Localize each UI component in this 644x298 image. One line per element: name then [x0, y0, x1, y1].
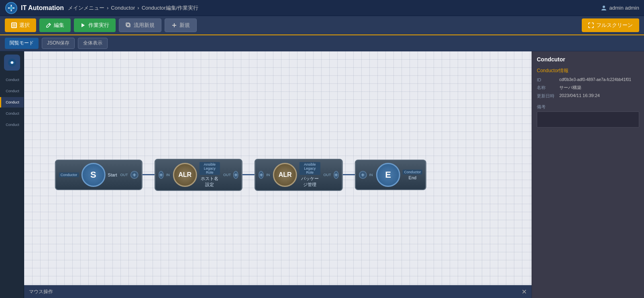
panel-name-label: 名称	[537, 85, 556, 91]
user-icon	[601, 5, 607, 11]
node-alr2-out-connector[interactable]: +	[333, 171, 338, 179]
new-icon	[171, 22, 177, 28]
run-label: 作業実行	[88, 22, 109, 29]
node-start-name-area: Start	[108, 172, 117, 177]
sidebar-item-label3: Conduct	[6, 100, 19, 104]
node-alr1[interactable]: + IN ALR Ansible Legacy Role ホスト名設定 OUT …	[155, 159, 243, 191]
node-alr2-out-label: OUT	[323, 173, 331, 177]
edit-label: 編集	[54, 22, 64, 29]
sidebar-logo	[4, 55, 20, 71]
sidebar-item-conduct2[interactable]: Conduct	[0, 86, 24, 96]
node-end[interactable]: + IN E Conductor End	[355, 160, 427, 190]
sidebar: Conduct Conduct Conduct Conduct Conduct	[0, 51, 24, 298]
fullscreen-button[interactable]: フルスクリーン	[582, 18, 639, 32]
json-label: JSON保存	[47, 40, 69, 46]
sidebar-item-conduct3[interactable]: Conduct	[0, 97, 24, 107]
select-icon	[11, 22, 17, 28]
svg-rect-4	[12, 24, 16, 27]
node-alr1-circle: ALR	[173, 163, 197, 187]
toolbar: 選択 編集 作業実行 流用新規 新規 フルスクリーン	[0, 16, 644, 35]
node-start-info: Conductor	[59, 172, 79, 177]
edit-icon	[46, 22, 51, 28]
node-alr2-circle: ALR	[273, 163, 297, 187]
node-alr2[interactable]: + IN ALR Ansible Legacy Role パッケージ管理 OUT…	[255, 159, 343, 191]
copy-button[interactable]: 流用新規	[119, 18, 161, 32]
breadcrumb-page: Conductor編集/作業実行	[142, 4, 199, 12]
edit-button[interactable]: 編集	[39, 18, 71, 32]
breadcrumb-menu[interactable]: メインメニュー	[68, 4, 104, 12]
canvas-area[interactable]: Conductor S Start OUT + +	[24, 51, 532, 298]
run-icon	[80, 22, 86, 28]
top-header: IT Automation メインメニュー › Conductor › Cond…	[0, 0, 644, 16]
node-alr1-box: + IN ALR Ansible Legacy Role ホスト名設定 OUT …	[155, 159, 243, 191]
breadcrumb-sep1: ›	[107, 5, 108, 11]
sidebar-item-label2: Conduct	[6, 89, 19, 93]
node-start-out-label: OUT	[120, 173, 128, 177]
breadcrumb-section[interactable]: Conductor	[111, 5, 135, 11]
mode-button[interactable]: 閲覧モード	[5, 38, 39, 49]
mouse-hint-close[interactable]: ✕	[522, 288, 527, 296]
panel-title: Condcutor	[537, 56, 639, 63]
node-start[interactable]: Conductor S Start OUT +	[55, 160, 143, 190]
panel-remarks-title: 備考	[537, 104, 639, 110]
node-alr1-type: Ansible Legacy Role	[200, 162, 220, 175]
panel-date-value: 2023/04/11 16:39:24	[559, 93, 600, 99]
node-start-box: Conductor S Start OUT +	[55, 160, 143, 190]
node-end-in-connector[interactable]: +	[359, 171, 367, 179]
node-alr2-in-label: IN	[266, 173, 270, 177]
select-label: 選択	[19, 22, 30, 29]
breadcrumb: メインメニュー › Conductor › Conductor編集/作業実行	[68, 4, 597, 12]
svg-rect-8	[126, 23, 129, 26]
secondary-toolbar: 閲覧モード JSON保存 全体表示	[0, 35, 644, 51]
node-alr2-name: パッケージ管理	[300, 176, 320, 188]
panel-id-label: ID	[537, 77, 556, 82]
node-end-info: Conductor End	[403, 170, 423, 180]
view-all-button[interactable]: 全体表示	[78, 38, 108, 49]
logo-area: IT Automation	[5, 2, 64, 14]
logo-icon	[5, 2, 18, 14]
node-alr2-box: + IN ALR Ansible Legacy Role パッケージ管理 OUT…	[255, 159, 343, 191]
svg-point-12	[11, 61, 13, 64]
mode-label: 閲覧モード	[10, 40, 34, 46]
node-alr1-out-connector[interactable]: +	[233, 171, 238, 179]
node-start-type: Conductor	[59, 172, 79, 177]
select-button[interactable]: 選択	[5, 18, 36, 32]
nodes-container: Conductor S Start OUT + +	[55, 159, 426, 191]
sidebar-item-conduct4[interactable]: Conduct	[0, 108, 24, 119]
new-button[interactable]: 新規	[165, 18, 197, 32]
sidebar-item-conduct1[interactable]: Conduct	[0, 75, 24, 85]
node-start-circle: S	[81, 163, 105, 187]
fullscreen-icon	[588, 22, 594, 28]
node-alr1-info: Ansible Legacy Role ホスト名設定	[200, 162, 220, 188]
conn-line-3	[343, 174, 355, 175]
breadcrumb-sep2: ›	[137, 5, 139, 11]
copy-label: 流用新規	[134, 22, 155, 29]
panel-name-value: サーバ構築	[559, 85, 581, 91]
node-start-out-connector[interactable]: +	[130, 171, 139, 179]
sidebar-item-label1: Conduct	[6, 78, 19, 82]
node-alr2-type: Ansible Legacy Role	[300, 162, 320, 175]
node-alr1-in-connector[interactable]: +	[159, 171, 164, 179]
node-alr1-out-label: OUT	[223, 173, 231, 177]
svg-rect-7	[127, 24, 130, 27]
panel-section-title: Conductor情報	[537, 67, 639, 74]
mouse-hint-label: マウス操作	[29, 288, 53, 295]
node-alr1-in-label: IN	[166, 173, 170, 177]
run-button[interactable]: 作業実行	[74, 18, 116, 32]
right-panel: Condcutor Conductor情報 ID cdf0b3e3-adf0-4…	[532, 51, 644, 298]
panel-remarks-box	[537, 111, 639, 128]
conn-line-1	[143, 174, 155, 175]
sidebar-item-label4: Conduct	[6, 111, 19, 116]
copy-icon	[126, 22, 131, 28]
user-name: admin admin	[609, 5, 639, 11]
node-end-box: + IN E Conductor End	[355, 160, 427, 190]
node-end-type: Conductor	[403, 170, 423, 174]
sidebar-item-conduct5[interactable]: Conduct	[0, 120, 24, 130]
sidebar-item-label5: Conduct	[6, 123, 19, 127]
node-alr2-info: Ansible Legacy Role パッケージ管理	[300, 162, 320, 188]
node-alr2-in-connector[interactable]: +	[259, 171, 264, 179]
node-end-in-label: IN	[369, 173, 373, 177]
node-end-name: End	[403, 175, 423, 180]
json-save-button[interactable]: JSON保存	[42, 38, 75, 49]
new-label: 新規	[179, 22, 190, 29]
